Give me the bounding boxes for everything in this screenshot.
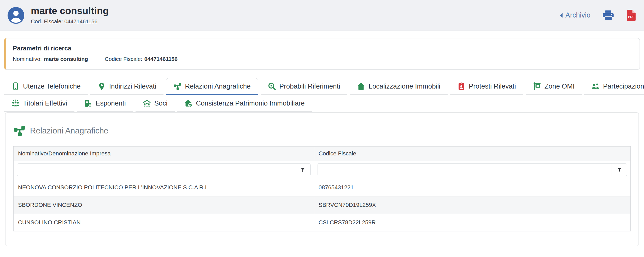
section-heading-label: Relazioni Anagrafiche — [30, 126, 108, 136]
table-row[interactable]: NEONOVA CONSORZIO POLITECNICO PER L'INNO… — [14, 179, 631, 196]
network-relations-icon — [13, 125, 26, 137]
tab-label: Soci — [154, 99, 168, 107]
network-relations-icon — [173, 82, 182, 90]
filter-button-codice-fiscale[interactable] — [612, 163, 627, 176]
section-heading: Relazioni Anagrafiche — [13, 125, 631, 137]
search-params-card: Parametri di ricerca Nominativo: marte c… — [4, 38, 640, 70]
tab-label: Protesti Rilevati — [469, 82, 516, 90]
param-codice-fiscale: Codice Fiscale: 04471461156 — [105, 56, 178, 62]
search-params-title: Parametri di ricerca — [13, 45, 633, 52]
param-nominativo-value: marte consulting — [44, 56, 88, 62]
relazioni-table: Nominativo/Denominazione Impresa Codice … — [13, 146, 631, 231]
tab-relazioni-anagrafiche[interactable]: Relazioni Anagrafiche — [166, 78, 258, 95]
tabs-navigation: Utenze Telefoniche Indirizzi Rilevati Re… — [4, 78, 640, 112]
tab-indirizzi-rilevati[interactable]: Indirizzi Rilevati — [90, 78, 164, 95]
filter-cell-codice-fiscale — [314, 161, 630, 179]
printer-icon — [602, 10, 614, 21]
tab-label: Relazioni Anagrafiche — [185, 82, 251, 90]
caret-left-icon — [559, 13, 563, 18]
tab-esponenti[interactable]: Esponenti — [77, 95, 133, 112]
filter-button-nominativo[interactable] — [295, 163, 310, 176]
tab-label: Probabili Riferimenti — [279, 82, 340, 90]
tab-label: Partecipazioni — [603, 82, 644, 90]
content-panel: Relazioni Anagrafiche Nominativo/Denomin… — [5, 112, 639, 246]
pdf-export-button[interactable]: PDF — [626, 10, 636, 21]
cell-codice-fiscale: 08765431221 — [314, 179, 630, 196]
cell-codice-fiscale: CSLCRS78D22L259R — [314, 214, 630, 231]
people-roof-icon — [143, 99, 151, 107]
house-check-icon — [184, 99, 192, 107]
filter-cell-nominativo — [14, 161, 314, 179]
param-nominativo-label: Nominativo: — [13, 56, 42, 62]
house-icon — [357, 82, 365, 90]
tab-label: Zone OMI — [545, 82, 575, 90]
search-params-values: Nominativo: marte consulting Codice Fisc… — [13, 56, 633, 62]
archive-link[interactable]: Archivio — [559, 11, 590, 19]
zone-sign-icon — [533, 82, 541, 90]
tab-localizzazione-immobili[interactable]: Localizzazione Immobili — [350, 78, 448, 95]
tab-zone-omi[interactable]: Zone OMI — [526, 78, 582, 95]
filter-input-nominativo[interactable] — [17, 163, 295, 176]
tab-label: Indirizzi Rilevati — [109, 82, 156, 90]
map-pin-icon — [98, 82, 106, 90]
column-header-codice-fiscale: Codice Fiscale — [314, 147, 630, 161]
header-titles: marte consulting Cod. Fiscale: 044714611… — [31, 6, 109, 25]
people-dots-icon — [11, 99, 20, 107]
table-header-row: Nominativo/Denominazione Impresa Codice … — [14, 147, 631, 161]
tab-titolari-effettivi[interactable]: Titolari Effettivi — [4, 95, 74, 112]
tab-row-2: Titolari Effettivi Esponenti — [4, 95, 640, 112]
tab-label: Localizzazione Immobili — [368, 82, 440, 90]
filter-input-group — [318, 163, 627, 176]
cell-codice-fiscale: SBRVCN70D19L259X — [314, 196, 630, 214]
tab-consistenza-patrimonio[interactable]: Consistenza Patrimonio Immobiliare — [177, 95, 312, 112]
page-title: marte consulting — [31, 6, 109, 16]
tab-label: Titolari Effettivi — [23, 99, 67, 107]
tab-partecipazioni[interactable]: Partecipazioni — [584, 78, 644, 95]
search-location-icon — [268, 82, 276, 90]
cell-nominativo: CUNSOLINO CRISTIAN — [14, 214, 314, 231]
svg-text:PDF: PDF — [628, 15, 635, 19]
cell-nominativo: NEONOVA CONSORZIO POLITECNICO PER L'INNO… — [14, 179, 314, 196]
tab-row-1: Utenze Telefoniche Indirizzi Rilevati Re… — [4, 78, 640, 95]
tab-protesti-rilevati[interactable]: Protesti Rilevati — [450, 78, 523, 95]
archive-link-label: Archivio — [565, 11, 590, 19]
filter-input-codice-fiscale[interactable] — [318, 163, 612, 176]
protest-badge-icon — [457, 82, 465, 90]
tab-utenze-telefoniche[interactable]: Utenze Telefoniche — [4, 78, 88, 95]
app-header: marte consulting Cod. Fiscale: 044714611… — [0, 0, 644, 31]
tab-probabili-riferimenti[interactable]: Probabili Riferimenti — [261, 78, 348, 95]
param-nominativo: Nominativo: marte consulting — [13, 56, 88, 62]
header-actions: Archivio PDF — [559, 10, 637, 21]
column-header-nominativo: Nominativo/Denominazione Impresa — [14, 147, 314, 161]
cell-nominativo: SBORDONE VINCENZO — [14, 196, 314, 214]
mobile-phone-icon — [11, 82, 20, 90]
user-avatar-icon — [7, 6, 25, 25]
filter-input-group — [17, 163, 311, 176]
tab-soci[interactable]: Soci — [136, 95, 175, 112]
table-row[interactable]: SBORDONE VINCENZO SBRVCN70D19L259X — [14, 196, 631, 214]
table-filter-row — [14, 161, 631, 179]
building-user-icon — [84, 99, 92, 107]
pdf-icon: PDF — [626, 10, 636, 21]
tab-label: Consistenza Patrimonio Immobiliare — [196, 99, 305, 107]
param-codice-fiscale-label: Codice Fiscale: — [105, 56, 142, 62]
tab-label: Esponenti — [96, 99, 126, 107]
funnel-filter-icon — [617, 167, 622, 173]
tab-label: Utenze Telefoniche — [23, 82, 81, 90]
users-group-icon — [592, 82, 600, 90]
funnel-filter-icon — [300, 167, 306, 173]
param-codice-fiscale-value: 04471461156 — [144, 56, 178, 62]
table-row[interactable]: CUNSOLINO CRISTIAN CSLCRS78D22L259R — [14, 214, 631, 231]
company-fiscal-code: Cod. Fiscale: 04471461156 — [31, 18, 109, 25]
print-button[interactable] — [602, 10, 614, 21]
